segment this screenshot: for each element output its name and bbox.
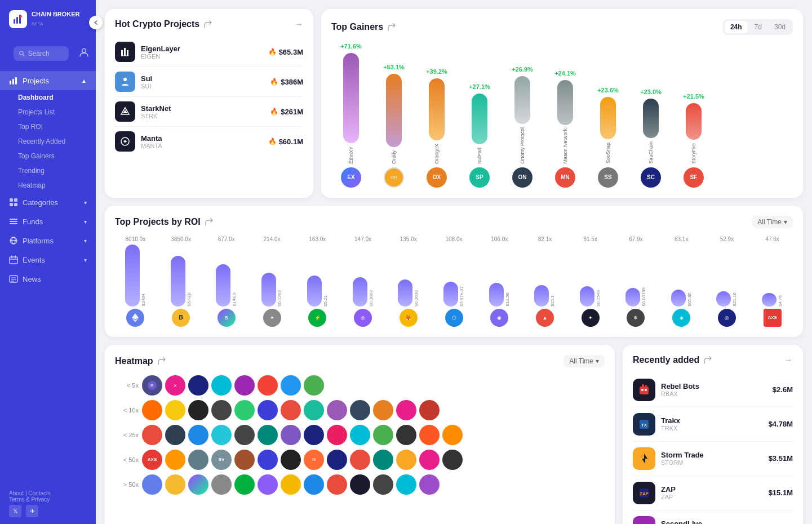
heatmap-icon[interactable] — [188, 375, 208, 396]
heatmap-icon[interactable] — [396, 474, 416, 495]
sidebar-item-heatmap[interactable]: Heatmap — [0, 178, 96, 193]
roi-col[interactable]: 81.5x $0.1548 ✦ — [570, 236, 611, 327]
user-icon[interactable] — [79, 47, 89, 60]
heatmap-icon[interactable] — [396, 425, 416, 445]
search-box[interactable] — [14, 46, 69, 61]
tab-7d[interactable]: 7d — [749, 21, 767, 33]
sidebar-item-platforms[interactable]: Platforms ▾ — [0, 231, 96, 250]
roi-col[interactable]: 163.0x $5.21 ⚡ — [297, 236, 338, 327]
heatmap-icon[interactable] — [304, 375, 324, 396]
heatmap-icon[interactable] — [373, 450, 393, 470]
gainer-col[interactable]: +71.6% EthnXY EX — [331, 43, 371, 188]
roi-col[interactable]: 67.9x $0.03159 ❄ — [615, 236, 656, 327]
recently-added-arrow[interactable]: → — [784, 355, 793, 365]
about-link[interactable]: About — [9, 490, 24, 496]
heatmap-icon[interactable] — [165, 474, 185, 495]
sidebar-collapse-button[interactable] — [89, 16, 103, 29]
heatmap-icon[interactable] — [373, 425, 393, 445]
roi-col[interactable]: 63.1x $65.66 ◈ — [661, 236, 702, 327]
roi-col[interactable]: 214.0x $0.1263 ✦ — [251, 236, 292, 327]
heatmap-icon[interactable] — [442, 450, 463, 470]
gainer-col[interactable]: +39.2% OrangeX OX — [417, 68, 456, 188]
gainer-col[interactable]: +24.1% Mason Network MN — [545, 70, 585, 188]
heatmap-filter-button[interactable]: All Time ▾ — [563, 355, 605, 367]
tab-30d[interactable]: 30d — [769, 21, 791, 33]
heatmap-icon[interactable] — [350, 474, 370, 495]
heatmap-icon[interactable] — [234, 400, 255, 420]
heatmap-icon[interactable] — [373, 474, 393, 495]
roi-col[interactable]: 47.6x $4.76 AXS — [752, 236, 793, 327]
search-input[interactable] — [28, 50, 63, 57]
heatmap-icon[interactable] — [188, 400, 208, 420]
sidebar-item-projects-list[interactable]: Projects List — [0, 105, 96, 119]
share-icon[interactable] — [204, 20, 212, 28]
heatmap-icon[interactable]: G — [304, 450, 324, 470]
sidebar-item-top-roi[interactable]: Top ROI — [0, 119, 96, 134]
heatmap-icon[interactable] — [396, 400, 416, 420]
hot-item[interactable]: EigenLayer EIGEN 🔥 $65.3M — [115, 37, 303, 67]
roi-col[interactable]: 108.0x $3.57e-07 ⬡ — [433, 236, 474, 327]
sidebar-item-trending[interactable]: Trending — [0, 163, 96, 178]
heatmap-icon[interactable] — [442, 425, 463, 445]
heatmap-icon[interactable] — [165, 400, 185, 420]
recent-item[interactable]: Storm Trade STORM $3.51M — [633, 442, 793, 476]
heatmap-icon[interactable] — [234, 425, 255, 445]
tab-24h[interactable]: 24h — [725, 21, 748, 33]
heatmap-icon[interactable] — [258, 450, 278, 470]
sidebar-item-top-gainers[interactable]: Top Gainers — [0, 149, 96, 163]
heatmap-icon[interactable] — [258, 474, 278, 495]
sidebar-item-projects[interactable]: Projects ▲ — [0, 71, 96, 90]
heatmap-icon[interactable] — [188, 450, 208, 470]
heatmap-icon[interactable] — [327, 474, 347, 495]
roi-col[interactable]: 135.0x $0.3638 🦊 — [388, 236, 429, 327]
heatmap-icon[interactable] — [234, 474, 255, 495]
heatmap-icon[interactable] — [350, 400, 370, 420]
sidebar-item-dashboard[interactable]: Dashboard — [0, 90, 96, 105]
heatmap-icon[interactable] — [350, 450, 370, 470]
heatmap-icon[interactable] — [211, 474, 232, 495]
heatmap-icon[interactable]: X — [165, 375, 185, 396]
recent-item[interactable]: SecondLive LIVE $21M — [633, 510, 793, 524]
share-icon-roi[interactable] — [205, 218, 213, 226]
heatmap-icon[interactable] — [258, 400, 278, 420]
heatmap-icon[interactable] — [419, 425, 440, 445]
heatmap-icon[interactable] — [142, 474, 162, 495]
heatmap-icon[interactable]: SV — [211, 450, 232, 470]
recent-item[interactable]: TX Trakx TRKX $4.78M — [633, 407, 793, 442]
sidebar-item-news[interactable]: News — [0, 269, 96, 288]
gainer-col[interactable]: +26.9% Onomy Protocol ON — [503, 66, 542, 188]
heatmap-icon[interactable] — [234, 450, 255, 470]
heatmap-icon[interactable] — [327, 450, 347, 470]
heatmap-icon[interactable] — [350, 425, 370, 445]
gainer-col[interactable]: +27.1% SulPad SP — [460, 83, 499, 188]
gainer-col[interactable]: +23.0% SiraChain SC — [631, 88, 671, 188]
heatmap-icon[interactable] — [258, 375, 278, 396]
heatmap-icon[interactable] — [188, 474, 208, 495]
hot-item[interactable]: Sui SUI 🔥 $386M — [115, 67, 303, 97]
heatmap-icon[interactable] — [281, 375, 301, 396]
heatmap-icon[interactable] — [327, 400, 347, 420]
roi-col[interactable]: 8010.0x $2484 — [115, 236, 156, 327]
heatmap-icon[interactable] — [281, 425, 301, 445]
heatmap-icon[interactable] — [165, 450, 185, 470]
heatmap-icon[interactable] — [419, 400, 440, 420]
sidebar-item-recently-added[interactable]: Recently Added — [0, 134, 96, 149]
twitter-icon[interactable]: 𝕏 — [9, 505, 21, 517]
roi-filter-button[interactable]: All Time ▾ — [752, 216, 793, 228]
gainer-col[interactable]: +53.1% Ordify OR — [374, 64, 414, 188]
heatmap-icon[interactable] — [373, 400, 393, 420]
heatmap-icon[interactable] — [281, 474, 301, 495]
sidebar-item-events[interactable]: Events ▾ — [0, 250, 96, 269]
roi-col[interactable]: 52.9x $21.16 ◎ — [707, 236, 748, 327]
heatmap-icon[interactable] — [211, 400, 232, 420]
heatmap-icon[interactable] — [258, 425, 278, 445]
gainer-col[interactable]: +21.5% StoryFire SF — [674, 93, 713, 188]
hot-item[interactable]: Manta MANTA 🔥 $60.1M — [115, 127, 303, 156]
heatmap-icon[interactable] — [142, 425, 162, 445]
heatmap-icon[interactable] — [188, 425, 208, 445]
sidebar-item-funds[interactable]: Funds ▾ — [0, 212, 96, 231]
contacts-link[interactable]: Contacts — [28, 490, 50, 496]
heatmap-icon[interactable] — [396, 450, 416, 470]
heatmap-icon[interactable] — [419, 450, 440, 470]
heatmap-icon[interactable] — [304, 474, 324, 495]
